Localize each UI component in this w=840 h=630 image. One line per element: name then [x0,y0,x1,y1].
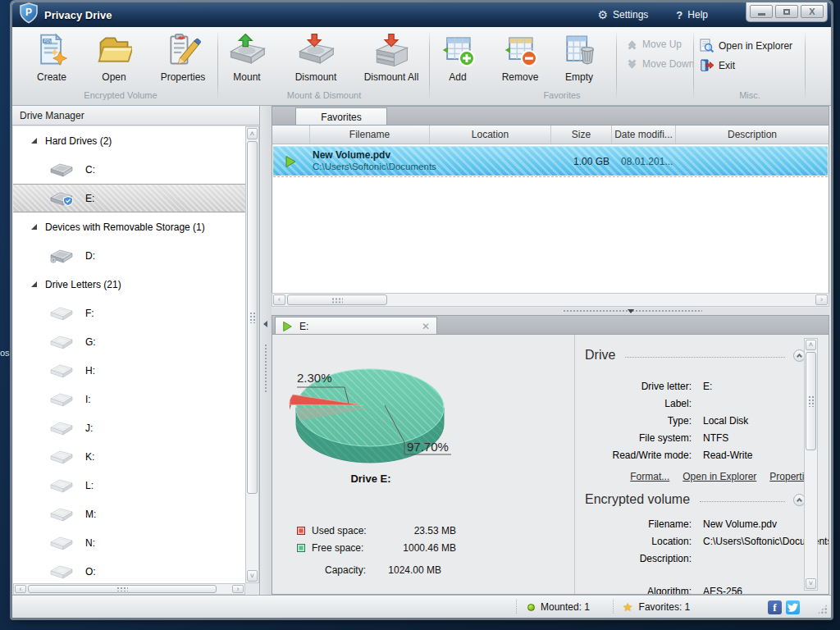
dismount-all-button[interactable]: Dismount All [355,32,427,94]
tree-hscroll-thumb[interactable] [28,585,217,593]
drive-manager-panel: Drive Manager Hard Drives (2)C:E:Devices… [12,106,260,595]
scroll-right-button[interactable]: › [232,585,244,593]
drive-tree: Hard Drives (2)C:E:Devices with Removabl… [13,126,245,583]
column-filename[interactable]: Filename [310,126,430,144]
tree-item-o[interactable]: O: [13,557,245,583]
drive-empty-icon [49,477,74,494]
exit-button[interactable]: Exit [700,58,735,72]
legend-used: Used space: 23.53 MB [297,522,471,539]
vertical-splitter[interactable] [261,106,272,595]
remove-favorite-button[interactable]: Remove [491,32,549,94]
tree-item-label: C: [85,164,95,176]
help-button[interactable]: ? Help [676,9,708,21]
tree-scroll-thumb[interactable] [247,141,258,494]
format-link[interactable]: Format... [630,471,669,482]
column-location[interactable]: Location [430,126,551,144]
mount-button[interactable]: Mount [222,32,272,94]
tree-group-drive-letters-21[interactable]: Drive Letters (21) [13,270,245,299]
tree-item-c[interactable]: C: [13,155,245,184]
dismount-button[interactable]: Dismount [283,32,349,94]
column-description[interactable]: Description [676,126,829,144]
move-down-icon [626,62,637,67]
tree-item-h[interactable]: H: [13,356,245,385]
favorites-horizontal-scrollbar[interactable]: ‹ › [272,293,829,307]
favorites-table-header: Filename Location Size Date modifi... De… [272,125,829,144]
tree-item-l[interactable]: L: [13,471,245,500]
open-in-explorer-button[interactable]: Open in Explorer [700,39,792,52]
horizontal-splitter[interactable] [272,308,829,315]
expand-triangle-icon[interactable] [31,224,37,230]
column-date-modified[interactable]: Date modifi... [612,126,676,144]
splitter-grip[interactable] [264,344,268,393]
expand-triangle-icon[interactable] [31,138,37,144]
scroll-up-button[interactable]: ˄ [806,340,816,350]
scroll-left-button[interactable]: ‹ [15,585,26,593]
drive-empty-icon [49,420,74,436]
group-label-encrypted-volume: Encrypted Volume [24,90,217,100]
move-down-button[interactable]: Move Down [626,58,694,70]
drive-removable-icon [49,248,74,264]
minimize-button[interactable] [750,5,773,18]
tree-item-e[interactable]: E: [13,184,245,212]
tree-item-f[interactable]: F: [13,299,245,327]
tab-drive-e[interactable]: E: ✕ [275,317,437,335]
tree-group-hard-drives-2[interactable]: Hard Drives (2) [13,126,245,155]
close-button[interactable]: X [801,5,824,18]
tree-item-j[interactable]: J: [13,413,245,442]
main-area: Drive Manager Hard Drives (2)C:E:Devices… [12,106,831,595]
free-swatch-icon [297,544,305,552]
tree-item-g[interactable]: G: [13,327,245,356]
empty-favorites-button[interactable]: Empty [555,32,603,94]
drive-empty-icon [49,564,74,580]
tree-item-d[interactable]: D: [13,241,245,270]
titlebar[interactable]: P Privacy Drive ⚙ Settings ? Help X [12,2,831,27]
favorite-date-modified: 08.01.201... [621,156,673,167]
maximize-button[interactable] [775,5,798,18]
tree-item-k[interactable]: K: [13,442,245,471]
create-button[interactable]: PDV Create [24,32,80,94]
scroll-right-button[interactable]: › [815,294,828,305]
column-size[interactable]: Size [551,126,612,144]
favorite-row-new-volume[interactable]: New Volume.pdv C:\Users\Softonic\Documen… [273,146,828,176]
drive-empty-icon [49,305,74,322]
scroll-up-button[interactable]: ˄ [247,128,258,139]
tree-group-devices-with-removable-storage-1[interactable]: Devices with Removable Storage (1) [13,212,245,241]
tree-item-label: H: [85,365,95,377]
close-tab-icon[interactable]: ✕ [422,321,430,332]
settings-button[interactable]: ⚙ Settings [597,9,648,21]
window-title: Privacy Drive [44,9,112,21]
details-scroll-thumb[interactable] [806,352,816,450]
open-button[interactable]: Open [88,32,140,94]
tree-item-label: G: [85,336,96,348]
used-swatch-icon [297,527,305,535]
chart-title: Drive E: [272,472,469,485]
collapse-down-arrow-icon[interactable] [628,309,634,313]
open-in-explorer-link[interactable]: Open in Explorer [682,471,756,482]
collapse-left-arrow-icon[interactable] [263,321,267,327]
scroll-left-button[interactable]: ‹ [273,294,285,305]
favorites-hscroll-thumb[interactable] [287,294,387,305]
detail-row: Type: Local Disk [575,415,748,431]
facebook-icon[interactable]: f [768,600,782,614]
drive-empty-icon [49,363,74,379]
move-up-button[interactable]: Move Up [626,39,682,50]
tree-item-m[interactable]: M: [13,500,245,528]
scroll-down-button[interactable]: ˅ [247,570,258,582]
resize-grip[interactable] [817,604,828,614]
expand-triangle-icon[interactable] [31,281,37,287]
column-icon[interactable] [272,126,310,144]
tree-vertical-scrollbar[interactable]: ˄ ˅ [245,126,259,583]
create-volume-icon: PDV [34,32,70,68]
details-vertical-scrollbar[interactable]: ˄ ˅ [804,338,818,591]
properties-button[interactable]: Properties [148,32,217,94]
tree-item-label: M: [85,509,96,520]
add-favorite-button[interactable]: Add [434,32,482,94]
tab-favorites[interactable]: Favorites [295,107,387,126]
tree-item-i[interactable]: I: [13,385,245,413]
twitter-icon[interactable] [786,600,800,614]
tree-group-label: Devices with Removable Storage (1) [45,221,205,233]
scroll-down-button[interactable]: ˅ [806,578,816,589]
remove-favorite-icon [502,32,538,68]
tree-horizontal-scrollbar[interactable]: ‹ › [13,583,245,595]
tree-item-n[interactable]: N: [13,528,245,557]
